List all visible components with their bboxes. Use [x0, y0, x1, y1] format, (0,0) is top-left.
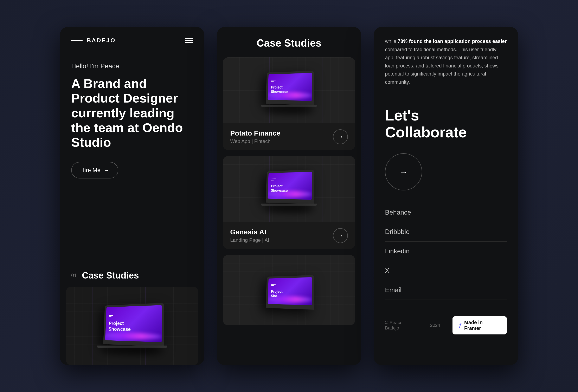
laptop-screen-genesis: ProjectShowcase — [268, 172, 312, 200]
screen-icon-genesis — [271, 179, 276, 182]
laptop-mockup-genesis: ProjectShowcase — [223, 156, 355, 222]
panel-hero: BADEJO Hello! I'm Peace. A Brand and Pro… — [60, 27, 204, 365]
collab-heading-line2: Collaborate — [385, 124, 467, 140]
panel-case-studies: Case Studies — [217, 27, 361, 365]
laptop-base — [97, 346, 168, 348]
menu-button[interactable] — [185, 38, 193, 43]
laptop-shadow-potato — [264, 107, 314, 113]
page-wrapper: BADEJO Hello! I'm Peace. A Brand and Pro… — [0, 0, 578, 392]
laptop-body-partial: ProjectSho… — [266, 275, 314, 310]
laptop-body-potato: ProjectShowcase — [266, 71, 314, 105]
case-type-potato: Web App | Fintech — [230, 138, 281, 144]
case-text-potato: Potato Finance Web App | Fintech — [230, 129, 281, 144]
nav-bar: BADEJO — [60, 27, 204, 50]
hero-content: Hello! I'm Peace. A Brand and Product De… — [60, 50, 204, 258]
nav-brand: BADEJO — [87, 37, 116, 44]
screen-label-potato: ProjectShowcase — [271, 86, 288, 94]
hero-title: A Brand and Product Designer currently l… — [71, 76, 193, 150]
laptop-mockup-partial: ProjectSho… — [223, 255, 355, 325]
case-type-genesis: Landing Page | AI — [230, 237, 269, 243]
case-studies-header: Case Studies — [217, 27, 361, 57]
hire-me-label: Hire Me — [80, 167, 100, 174]
footer-bar: © Peace Badejo 2024 ƒ Made in Framer — [374, 308, 518, 341]
framer-label: Made in Framer — [464, 320, 501, 331]
highlighted-text: 78% found the loan application process e… — [398, 38, 507, 44]
case-text-genesis: Genesis AI Landing Page | AI — [230, 228, 269, 243]
laptop-body: ProjectShowcase — [103, 303, 164, 347]
social-link-email[interactable]: Email — [385, 280, 507, 300]
hamburger-line-2 — [185, 40, 193, 41]
case-info-potato: Potato Finance Web App | Fintech → — [223, 123, 355, 150]
laptop-screen: ProjectShowcase — [105, 305, 162, 342]
case-item-potato: ProjectShowcase Potato Finance Web App |… — [223, 57, 355, 150]
social-link-behance[interactable]: Behance — [385, 203, 507, 222]
nav-logo: BADEJO — [71, 37, 116, 44]
screen-icon-potato — [271, 80, 276, 83]
case-image-potato: ProjectShowcase — [223, 57, 355, 123]
case-item-partial: ProjectSho… — [223, 255, 355, 325]
laptop-base-potato — [261, 105, 317, 107]
laptop-mockup-potato: ProjectShowcase — [223, 57, 355, 123]
case-image-partial: ProjectSho… — [223, 255, 355, 325]
framer-icon: ƒ — [459, 322, 462, 329]
screen-label-genesis: ProjectShowcase — [271, 184, 288, 193]
case-arrow-btn-potato[interactable]: → — [333, 129, 348, 144]
project-card-preview: ProjectShowcase — [66, 287, 198, 365]
hire-me-button[interactable]: Hire Me → — [71, 162, 118, 178]
case-studies-section-label: 01 Case Studies — [60, 258, 204, 287]
screen-icon — [109, 315, 113, 319]
year-text: 2024 — [430, 323, 440, 328]
hero-greeting: Hello! I'm Peace. — [71, 62, 193, 70]
case-name-genesis: Genesis AI — [230, 228, 269, 236]
hire-arrow-icon: → — [104, 167, 109, 174]
case-studies-title: Case Studies — [225, 37, 353, 49]
screen-icon-partial — [271, 284, 276, 288]
case-info-genesis: Genesis AI Landing Page | AI → — [223, 222, 355, 249]
framer-badge[interactable]: ƒ Made in Framer — [452, 316, 507, 334]
section-number: 01 — [71, 272, 77, 278]
section-title: Case Studies — [82, 270, 139, 281]
case-image-genesis: ProjectShowcase — [223, 156, 355, 222]
laptop-shadow — [101, 348, 163, 354]
case-arrow-btn-genesis[interactable]: → — [333, 228, 348, 243]
laptop-shadow-genesis — [264, 206, 314, 212]
laptop-base-genesis — [261, 204, 317, 206]
panels-container: BADEJO Hello! I'm Peace. A Brand and Pro… — [60, 27, 518, 365]
laptop-mockup: ProjectShowcase — [66, 287, 198, 365]
case-name-potato: Potato Finance — [230, 129, 281, 137]
collab-arrow-icon: → — [399, 167, 408, 176]
screen-label: ProjectShowcase — [108, 320, 131, 332]
collab-heading-line1: Let's — [385, 107, 419, 124]
collab-body-text: while 78% found the loan application pro… — [374, 27, 518, 94]
social-link-x[interactable]: X — [385, 261, 507, 280]
panel-collaborate: while 78% found the loan application pro… — [374, 27, 518, 365]
collab-heading: Let's Collaborate — [385, 107, 507, 141]
case-item-genesis: ProjectShowcase Genesis AI Landing Page … — [223, 156, 355, 249]
social-links: Behance Dribbble Linkedin X Email — [385, 203, 507, 300]
copyright-text: © Peace Badejo — [385, 320, 418, 331]
collab-circle-button[interactable]: → — [385, 153, 422, 190]
body-paragraph: while 78% found the loan application pro… — [385, 37, 507, 86]
nav-line — [71, 40, 83, 41]
laptop-body-genesis: ProjectShowcase — [266, 170, 314, 204]
hamburger-line-3 — [185, 42, 193, 43]
screen-label-partial: ProjectSho… — [271, 290, 283, 299]
social-link-linkedin[interactable]: Linkedin — [385, 242, 507, 261]
arrow-icon-genesis: → — [337, 232, 343, 239]
laptop-screen-potato: ProjectShowcase — [268, 73, 312, 101]
arrow-icon-potato: → — [337, 133, 343, 140]
laptop-screen-partial: ProjectSho… — [268, 277, 312, 305]
hamburger-line-1 — [185, 38, 193, 39]
social-link-dribbble[interactable]: Dribbble — [385, 222, 507, 242]
collab-section: Let's Collaborate → Behance Dribbble Lin… — [374, 94, 518, 308]
